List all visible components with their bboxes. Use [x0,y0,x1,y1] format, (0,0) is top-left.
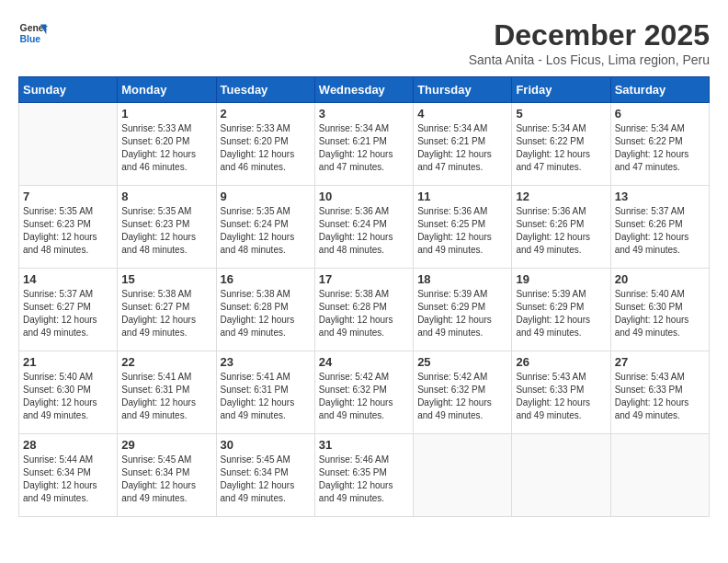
day-number: 4 [417,107,507,121]
day-cell: 10Sunrise: 5:36 AM Sunset: 6:24 PM Dayli… [314,186,413,269]
day-cell: 1Sunrise: 5:33 AM Sunset: 6:20 PM Daylig… [118,103,216,186]
day-cell: 11Sunrise: 5:36 AM Sunset: 6:25 PM Dayli… [414,186,512,269]
week-row-0: 1Sunrise: 5:33 AM Sunset: 6:20 PM Daylig… [19,103,710,186]
day-number: 20 [615,272,705,286]
day-cell: 29Sunrise: 5:45 AM Sunset: 6:34 PM Dayli… [118,434,216,517]
day-cell: 7Sunrise: 5:35 AM Sunset: 6:23 PM Daylig… [19,186,118,269]
day-info: Sunrise: 5:45 AM Sunset: 6:34 PM Dayligh… [121,454,211,505]
day-number: 7 [23,190,113,203]
day-number: 26 [516,355,606,369]
day-cell: 22Sunrise: 5:41 AM Sunset: 6:31 PM Dayli… [118,351,216,434]
day-cell: 27Sunrise: 5:43 AM Sunset: 6:33 PM Dayli… [610,351,709,434]
day-info: Sunrise: 5:38 AM Sunset: 6:28 PM Dayligh… [221,288,311,339]
day-info: Sunrise: 5:33 AM Sunset: 6:20 PM Dayligh… [121,122,211,174]
day-cell: 17Sunrise: 5:38 AM Sunset: 6:28 PM Dayli… [314,269,413,351]
day-cell [610,434,709,517]
day-info: Sunrise: 5:34 AM Sunset: 6:22 PM Dayligh… [615,122,705,174]
day-number: 14 [23,272,113,286]
header-thursday: Thursday [414,77,512,103]
day-info: Sunrise: 5:41 AM Sunset: 6:31 PM Dayligh… [221,371,311,422]
day-info: Sunrise: 5:35 AM Sunset: 6:23 PM Dayligh… [121,205,211,257]
header-saturday: Saturday [610,77,709,103]
week-row-3: 21Sunrise: 5:40 AM Sunset: 6:30 PM Dayli… [19,351,710,434]
day-number: 2 [221,107,311,121]
day-number: 18 [417,272,507,286]
day-number: 19 [516,272,606,286]
day-cell: 9Sunrise: 5:35 AM Sunset: 6:24 PM Daylig… [216,186,314,269]
day-cell: 3Sunrise: 5:34 AM Sunset: 6:21 PM Daylig… [314,103,413,186]
day-number: 29 [121,438,211,452]
day-number: 3 [319,107,409,121]
day-number: 6 [615,107,705,121]
header-wednesday: Wednesday [314,77,413,103]
day-info: Sunrise: 5:39 AM Sunset: 6:29 PM Dayligh… [417,288,507,339]
day-cell: 14Sunrise: 5:37 AM Sunset: 6:27 PM Dayli… [19,269,118,351]
header-row: SundayMondayTuesdayWednesdayThursdayFrid… [19,77,710,103]
day-number: 17 [319,272,409,286]
day-cell: 30Sunrise: 5:45 AM Sunset: 6:34 PM Dayli… [216,434,314,517]
day-number: 30 [221,438,311,452]
day-info: Sunrise: 5:36 AM Sunset: 6:24 PM Dayligh… [319,205,409,257]
header-monday: Monday [118,77,216,103]
calendar-header: SundayMondayTuesdayWednesdayThursdayFrid… [19,77,710,103]
day-info: Sunrise: 5:33 AM Sunset: 6:20 PM Dayligh… [221,122,311,174]
calendar-body: 1Sunrise: 5:33 AM Sunset: 6:20 PM Daylig… [19,103,710,517]
day-info: Sunrise: 5:43 AM Sunset: 6:33 PM Dayligh… [516,371,606,422]
day-number: 11 [417,190,507,203]
day-cell: 12Sunrise: 5:36 AM Sunset: 6:26 PM Dayli… [512,186,610,269]
day-info: Sunrise: 5:37 AM Sunset: 6:26 PM Dayligh… [615,205,705,257]
day-info: Sunrise: 5:37 AM Sunset: 6:27 PM Dayligh… [23,288,113,339]
day-number: 5 [516,107,606,121]
day-info: Sunrise: 5:35 AM Sunset: 6:23 PM Dayligh… [23,205,113,257]
day-info: Sunrise: 5:42 AM Sunset: 6:32 PM Dayligh… [417,371,507,422]
day-info: Sunrise: 5:45 AM Sunset: 6:34 PM Dayligh… [221,454,311,505]
day-info: Sunrise: 5:36 AM Sunset: 6:26 PM Dayligh… [516,205,606,257]
day-info: Sunrise: 5:41 AM Sunset: 6:31 PM Dayligh… [121,371,211,422]
day-number: 12 [516,190,606,203]
day-cell: 23Sunrise: 5:41 AM Sunset: 6:31 PM Dayli… [216,351,314,434]
day-number: 8 [121,190,211,203]
location-subtitle: Santa Anita - Los Ficus, Lima region, Pe… [469,52,710,67]
day-info: Sunrise: 5:34 AM Sunset: 6:21 PM Dayligh… [417,122,507,174]
week-row-2: 14Sunrise: 5:37 AM Sunset: 6:27 PM Dayli… [19,269,710,351]
day-cell: 8Sunrise: 5:35 AM Sunset: 6:23 PM Daylig… [118,186,216,269]
day-number: 28 [23,438,113,452]
day-number: 13 [615,190,705,203]
day-cell: 20Sunrise: 5:40 AM Sunset: 6:30 PM Dayli… [610,269,709,351]
day-info: Sunrise: 5:43 AM Sunset: 6:33 PM Dayligh… [615,371,705,422]
day-info: Sunrise: 5:42 AM Sunset: 6:32 PM Dayligh… [319,371,409,422]
day-cell: 21Sunrise: 5:40 AM Sunset: 6:30 PM Dayli… [19,351,118,434]
logo-icon: General Blue [18,18,48,48]
day-info: Sunrise: 5:38 AM Sunset: 6:27 PM Dayligh… [121,288,211,339]
logo: General Blue [18,18,48,48]
day-cell: 6Sunrise: 5:34 AM Sunset: 6:22 PM Daylig… [610,103,709,186]
day-number: 27 [615,355,705,369]
month-title: December 2025 [469,18,710,52]
header-tuesday: Tuesday [216,77,314,103]
day-number: 9 [221,190,311,203]
week-row-4: 28Sunrise: 5:44 AM Sunset: 6:34 PM Dayli… [19,434,710,517]
day-number: 1 [121,107,211,121]
day-cell: 4Sunrise: 5:34 AM Sunset: 6:21 PM Daylig… [414,103,512,186]
day-cell: 26Sunrise: 5:43 AM Sunset: 6:33 PM Dayli… [512,351,610,434]
day-info: Sunrise: 5:34 AM Sunset: 6:22 PM Dayligh… [516,122,606,174]
day-number: 16 [221,272,311,286]
day-info: Sunrise: 5:34 AM Sunset: 6:21 PM Dayligh… [319,122,409,174]
day-number: 10 [319,190,409,203]
day-cell [19,103,118,186]
day-number: 24 [319,355,409,369]
day-number: 25 [417,355,507,369]
day-cell: 19Sunrise: 5:39 AM Sunset: 6:29 PM Dayli… [512,269,610,351]
day-info: Sunrise: 5:35 AM Sunset: 6:24 PM Dayligh… [221,205,311,257]
day-number: 31 [319,438,409,452]
calendar-table: SundayMondayTuesdayWednesdayThursdayFrid… [18,76,710,517]
day-info: Sunrise: 5:36 AM Sunset: 6:25 PM Dayligh… [417,205,507,257]
page-header: General Blue December 2025 Santa Anita -… [18,18,710,67]
day-number: 15 [121,272,211,286]
svg-text:Blue: Blue [20,34,41,44]
day-info: Sunrise: 5:46 AM Sunset: 6:35 PM Dayligh… [319,454,409,505]
day-cell: 16Sunrise: 5:38 AM Sunset: 6:28 PM Dayli… [216,269,314,351]
day-number: 21 [23,355,113,369]
day-cell: 5Sunrise: 5:34 AM Sunset: 6:22 PM Daylig… [512,103,610,186]
header-sunday: Sunday [19,77,118,103]
